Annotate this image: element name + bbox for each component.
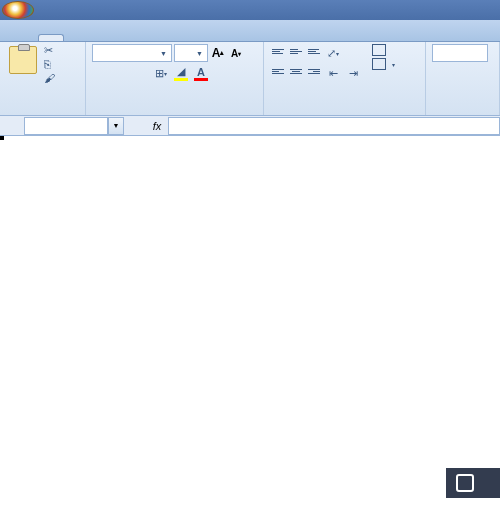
quick-access-toolbar (38, 3, 106, 17)
qat-customize-icon[interactable] (92, 3, 106, 17)
paste-button[interactable] (6, 44, 40, 76)
title-bar (0, 0, 500, 20)
currency-button[interactable] (432, 64, 450, 82)
tab-view[interactable] (184, 35, 208, 41)
align-top-button[interactable] (270, 44, 286, 58)
group-font-label (92, 112, 257, 113)
merge-icon (372, 58, 386, 70)
ribbon: ✂ ⎘ 🖌 ▼ ▼ A▴ A▾ ⊞▾ ◢ (0, 42, 500, 116)
bucket-icon: ◢ (177, 65, 185, 78)
tab-home[interactable] (38, 34, 64, 41)
name-box-dropdown[interactable]: ▼ (108, 117, 124, 135)
wrap-text-button[interactable] (372, 44, 395, 56)
phonetic-button[interactable] (212, 64, 230, 82)
selection-outline (0, 136, 4, 140)
font-color-button[interactable]: A (192, 64, 210, 82)
wrap-icon (372, 44, 386, 56)
tab-formulas[interactable] (112, 35, 136, 41)
scissors-icon: ✂ (44, 44, 56, 56)
copy-button[interactable]: ⎘ (44, 58, 58, 70)
chevron-down-icon: ▼ (196, 50, 203, 57)
brush-icon: 🖌 (44, 72, 56, 84)
align-middle-button[interactable] (288, 44, 304, 58)
comma-style-button[interactable] (472, 64, 490, 82)
font-name-combo[interactable]: ▼ (92, 44, 172, 62)
tab-data[interactable] (136, 35, 160, 41)
tab-review[interactable] (160, 35, 184, 41)
cut-button[interactable]: ✂ (44, 44, 58, 56)
font-size-combo[interactable]: ▼ (174, 44, 208, 62)
group-number-label (432, 112, 493, 113)
formula-bar-row: ▼ fx (0, 116, 500, 136)
group-clipboard: ✂ ⎘ 🖌 (0, 42, 86, 115)
copy-icon: ⎘ (44, 58, 56, 70)
italic-button[interactable] (112, 64, 130, 82)
group-alignment: ⤢▾ ⇤ ⇥ ▾ (264, 42, 426, 115)
group-number (426, 42, 500, 115)
fx-icon[interactable]: fx (148, 120, 166, 132)
border-button[interactable]: ⊞▾ (152, 64, 170, 82)
number-format-combo[interactable] (432, 44, 488, 62)
underline-button[interactable] (132, 64, 150, 82)
tab-page-layout[interactable] (88, 35, 112, 41)
group-alignment-label (270, 112, 419, 113)
ribbon-tabs (0, 20, 500, 42)
group-font: ▼ ▼ A▴ A▾ ⊞▾ ◢ A (86, 42, 264, 115)
align-left-button[interactable] (270, 64, 286, 78)
decrease-indent-button[interactable]: ⇤ (324, 64, 342, 82)
tab-insert[interactable] (64, 35, 88, 41)
fill-color-button[interactable]: ◢ (172, 64, 190, 82)
increase-indent-button[interactable]: ⇥ (344, 64, 362, 82)
save-icon[interactable] (38, 3, 52, 17)
watermark (446, 468, 500, 498)
redo-icon[interactable] (74, 3, 88, 17)
percent-button[interactable] (452, 64, 470, 82)
group-clipboard-label (6, 112, 79, 113)
undo-icon[interactable] (56, 3, 70, 17)
align-right-button[interactable] (306, 64, 322, 78)
format-painter-button[interactable]: 🖌 (44, 72, 58, 84)
formula-bar[interactable] (168, 117, 500, 135)
name-box[interactable] (24, 117, 108, 135)
merge-center-button[interactable]: ▾ (372, 58, 395, 70)
grow-font-button[interactable]: A▴ (210, 45, 226, 61)
align-bottom-button[interactable] (306, 44, 322, 58)
paste-icon (9, 46, 37, 74)
orientation-button[interactable]: ⤢▾ (324, 44, 342, 62)
align-center-button[interactable] (288, 64, 304, 78)
chevron-down-icon: ▼ (160, 50, 167, 57)
spreadsheet-grid[interactable] (0, 136, 500, 518)
office-button[interactable] (2, 1, 34, 19)
bold-button[interactable] (92, 64, 110, 82)
shrink-font-button[interactable]: A▾ (228, 45, 244, 61)
play-icon (456, 474, 474, 492)
